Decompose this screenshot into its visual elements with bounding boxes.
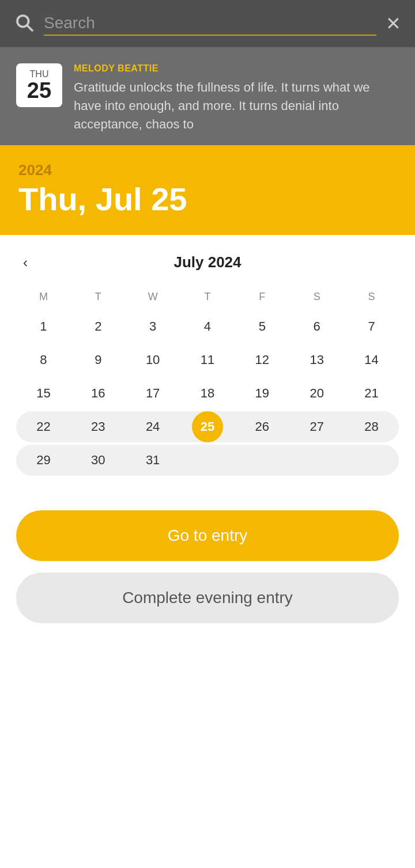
calendar-day-28[interactable]: 28	[356, 411, 387, 442]
calendar-year: 2024	[18, 161, 397, 179]
calendar-day-19[interactable]: 19	[247, 378, 278, 409]
calendar-day-23[interactable]: 23	[82, 411, 114, 442]
calendar-day-11[interactable]: 11	[192, 344, 223, 376]
quote-text-area: MELODY BEATTIE Gratitude unlocks the ful…	[74, 63, 399, 134]
calendar-week-2: 891011121314	[16, 344, 399, 376]
search-bar: ✕	[0, 0, 415, 47]
calendar-day-empty	[247, 445, 278, 476]
calendar-header: 2024 Thu, Jul 25	[0, 145, 415, 236]
calendar-grid: 1234567891011121314151617181920212223242…	[16, 311, 399, 476]
quote-body: Gratitude unlocks the fullness of life. …	[74, 78, 399, 134]
calendar-week-3: 15161718192021	[16, 378, 399, 409]
calendar-day-14[interactable]: 14	[356, 344, 387, 376]
calendar-day-16[interactable]: 16	[82, 378, 114, 409]
calendar-day-10[interactable]: 10	[137, 344, 168, 376]
calendar-day-30[interactable]: 30	[82, 445, 114, 476]
calendar-day-25[interactable]: 25	[192, 411, 223, 442]
quote-author: MELODY BEATTIE	[74, 63, 399, 74]
weekday-mon: M	[16, 287, 71, 306]
calendar-day-9[interactable]: 9	[82, 344, 114, 376]
calendar-weekdays: M T W T F S S	[16, 287, 399, 306]
calendar-day-24[interactable]: 24	[137, 411, 168, 442]
search-icon	[14, 12, 35, 35]
calendar-day-31[interactable]: 31	[137, 445, 168, 476]
svg-point-0	[17, 16, 29, 27]
search-input[interactable]	[44, 12, 376, 35]
calendar-prev-button[interactable]: ‹	[16, 252, 35, 273]
calendar-day-5[interactable]: 5	[247, 311, 278, 342]
calendar-week-1: 1234567	[16, 311, 399, 342]
quote-preview: THU 25 MELODY BEATTIE Gratitude unlocks …	[0, 47, 415, 145]
calendar-day-7[interactable]: 7	[356, 311, 387, 342]
weekday-wed: W	[126, 287, 180, 306]
calendar-body: ‹ July 2024 M T W T F S S 12345678910111…	[0, 235, 415, 476]
weekday-fri: F	[235, 287, 289, 306]
calendar-day-13[interactable]: 13	[301, 344, 333, 376]
date-badge-day-num: 25	[24, 79, 54, 101]
calendar-nav: ‹ July 2024	[16, 253, 399, 271]
weekday-sat: S	[289, 287, 344, 306]
close-button[interactable]: ✕	[386, 14, 401, 33]
svg-line-1	[27, 25, 33, 31]
search-input-wrap	[44, 12, 376, 36]
calendar-day-6[interactable]: 6	[301, 311, 333, 342]
calendar-day-empty	[301, 445, 333, 476]
weekday-tue: T	[71, 287, 126, 306]
calendar-day-2[interactable]: 2	[82, 311, 114, 342]
date-badge: THU 25	[16, 63, 62, 107]
calendar-day-12[interactable]: 12	[247, 344, 278, 376]
calendar-day-empty	[192, 445, 223, 476]
calendar-day-15[interactable]: 15	[28, 378, 59, 409]
calendar-day-29[interactable]: 29	[28, 445, 59, 476]
calendar-day-4[interactable]: 4	[192, 311, 223, 342]
go-to-entry-button[interactable]: Go to entry	[16, 510, 399, 561]
calendar-week-5: 293031	[16, 445, 399, 476]
calendar-day-18[interactable]: 18	[192, 378, 223, 409]
calendar-day-3[interactable]: 3	[137, 311, 168, 342]
calendar-month-year: July 2024	[173, 253, 241, 271]
complete-evening-button[interactable]: Complete evening entry	[16, 573, 399, 623]
calendar-day-17[interactable]: 17	[137, 378, 168, 409]
calendar-spacer	[0, 476, 415, 510]
calendar-week-4: 22232425262728	[16, 411, 399, 442]
calendar-day-1[interactable]: 1	[28, 311, 59, 342]
calendar-date-large: Thu, Jul 25	[18, 181, 397, 217]
calendar-day-21[interactable]: 21	[356, 378, 387, 409]
weekday-thu: T	[180, 287, 235, 306]
calendar-day-26[interactable]: 26	[247, 411, 278, 442]
calendar-day-empty	[356, 445, 387, 476]
calendar-day-8[interactable]: 8	[28, 344, 59, 376]
bottom-buttons: Go to entry Complete evening entry	[0, 510, 415, 646]
weekday-sun: S	[344, 287, 399, 306]
calendar-day-20[interactable]: 20	[301, 378, 333, 409]
calendar-day-27[interactable]: 27	[301, 411, 333, 442]
calendar-day-22[interactable]: 22	[28, 411, 59, 442]
